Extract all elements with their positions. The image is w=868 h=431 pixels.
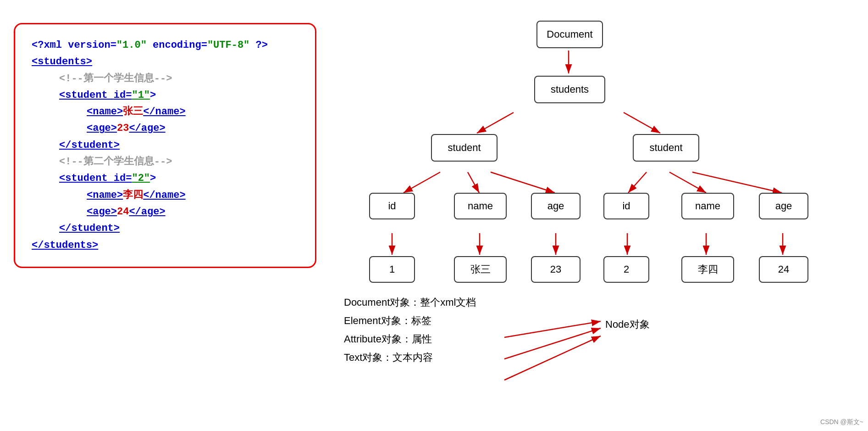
xml-name2-open: <name> — [87, 190, 123, 201]
tree-val-lisi-label: 李四 — [698, 263, 718, 276]
svg-line-8 — [669, 172, 706, 193]
tree-node-student2: student — [633, 134, 699, 162]
tree-node-document: Document — [536, 21, 603, 48]
svg-line-4 — [404, 172, 440, 193]
xml-student1-id-val: "1" — [132, 90, 150, 101]
xml-age1-open: <age> — [87, 123, 117, 134]
tree-node-val-lisi: 李四 — [681, 256, 734, 283]
xml-name2: <name>李四</name> — [32, 187, 299, 204]
watermark: CSDN @斯文~ — [820, 418, 863, 426]
xml-students-end-tag: </students> — [32, 240, 98, 251]
xml-student1-tag: <student — [59, 90, 114, 101]
xml-encoding-val: "UTF-8" — [207, 39, 249, 51]
descriptions-container: Document对象：整个xml文档 Element对象：标签 Attribut… — [344, 297, 476, 371]
xml-student1-bracket: > — [150, 90, 156, 101]
tree-val24-label: 24 — [778, 263, 789, 275]
xml-students-close: </students> — [32, 237, 299, 254]
tree-node-val2: 2 — [603, 256, 649, 283]
desc-text: Text对象：文本内容 — [344, 353, 476, 363]
tree-age2-label: age — [775, 200, 792, 212]
tree-node-id1: id — [369, 193, 415, 219]
xml-panel: <?xml version="1.0" encoding="UTF-8" ?> … — [14, 23, 316, 268]
svg-line-18 — [504, 336, 601, 380]
svg-line-3 — [624, 112, 660, 133]
tree-students-label: students — [551, 84, 589, 95]
desc-document-text: Document对象：整个xml文档 — [344, 297, 476, 308]
tree-node-val-23: 23 — [531, 256, 581, 283]
xml-student2-id-val: "2" — [132, 173, 150, 184]
tree-student1-label: student — [448, 142, 481, 154]
xml-comment2-text: <!--第二个学生信息--> — [59, 156, 172, 168]
xml-age1-close: </age> — [129, 123, 165, 134]
tree-node-age2: age — [759, 193, 808, 219]
tree-node-val-24: 24 — [759, 256, 808, 283]
tree-panel: Document students student student id nam… — [344, 9, 857, 431]
desc-element-text: Element对象：标签 — [344, 315, 431, 326]
xml-student2-tag: <student — [59, 173, 114, 184]
xml-student2-open: <student id="2"> — [32, 170, 299, 187]
tree-name1-label: name — [468, 200, 493, 212]
xml-student1-close: </student> — [32, 137, 299, 154]
node-object-label: Node对象 — [605, 318, 650, 331]
xml-student2-end-tag: </student> — [59, 223, 120, 234]
xml-version-attr: version= — [68, 39, 116, 51]
tree-age1-label: age — [547, 200, 564, 212]
xml-line2: <students> — [32, 54, 299, 70]
svg-line-7 — [628, 172, 647, 193]
desc-element: Element对象：标签 — [344, 316, 476, 326]
tree-node-age1: age — [531, 193, 581, 219]
xml-comment2: <!--第二个学生信息--> — [32, 154, 299, 170]
svg-line-5 — [468, 172, 479, 193]
desc-attribute-text: Attribute对象：属性 — [344, 333, 432, 345]
xml-name1-close: </name> — [143, 106, 185, 118]
xml-student1-id-attr: id= — [114, 90, 132, 101]
tree-val1-label: 1 — [389, 263, 395, 275]
xml-student2-close: </student> — [32, 220, 299, 237]
watermark-text: CSDN @斯文~ — [820, 418, 863, 425]
xml-student2-bracket: > — [150, 173, 156, 184]
xml-name1-open: <name> — [87, 106, 123, 118]
svg-line-17 — [504, 328, 601, 359]
xml-name2-close: </name> — [143, 190, 185, 201]
xml-encoding-attr: encoding= — [147, 39, 207, 51]
tree-node-name2: name — [681, 193, 734, 219]
svg-line-6 — [491, 172, 555, 193]
xml-name1: <name>张三</name> — [32, 104, 299, 120]
xml-comment1-text: <!--第一个学生信息--> — [59, 73, 172, 84]
tree-name2-label: name — [695, 200, 720, 212]
svg-line-2 — [477, 112, 514, 133]
xml-version-val: "1.0" — [116, 39, 147, 51]
desc-attribute: Attribute对象：属性 — [344, 334, 476, 344]
svg-line-9 — [692, 172, 782, 193]
tree-node-val-zhangsan: 张三 — [454, 256, 507, 283]
desc-text-text: Text对象：文本内容 — [344, 352, 433, 363]
xml-name1-val: 张三 — [123, 106, 143, 118]
xml-age2-val: 24 — [117, 206, 129, 218]
node-label-text: Node对象 — [605, 319, 650, 330]
tree-id1-label: id — [388, 200, 396, 212]
xml-student1-open: <student id="1"> — [32, 87, 299, 104]
xml-age2-open: <age> — [87, 206, 117, 218]
xml-pi-open: <?xml — [32, 39, 68, 51]
tree-document-label: Document — [547, 28, 592, 40]
xml-student1-end-tag: </student> — [59, 140, 120, 151]
xml-age1: <age>23</age> — [32, 120, 299, 137]
xml-pi-close: ?> — [249, 39, 268, 51]
tree-node-student1: student — [431, 134, 498, 162]
xml-students-open: <students> — [32, 56, 92, 67]
tree-node-name1: name — [454, 193, 507, 219]
xml-code: <?xml version="1.0" encoding="UTF-8" ?> … — [32, 37, 299, 254]
xml-age1-val: 23 — [117, 123, 129, 134]
tree-id2-label: id — [622, 200, 630, 212]
tree-val2-label: 2 — [624, 263, 629, 275]
tree-student2-label: student — [649, 142, 682, 154]
xml-student2-id-attr: id= — [114, 173, 132, 184]
xml-age2: <age>24</age> — [32, 204, 299, 220]
desc-document: Document对象：整个xml文档 — [344, 297, 476, 308]
tree-node-students: students — [534, 76, 605, 103]
svg-line-16 — [504, 321, 601, 337]
xml-line1: <?xml version="1.0" encoding="UTF-8" ?> — [32, 37, 299, 54]
tree-node-val1: 1 — [369, 256, 415, 283]
xml-name2-val: 李四 — [123, 190, 143, 201]
xml-comment1: <!--第一个学生信息--> — [32, 71, 299, 87]
